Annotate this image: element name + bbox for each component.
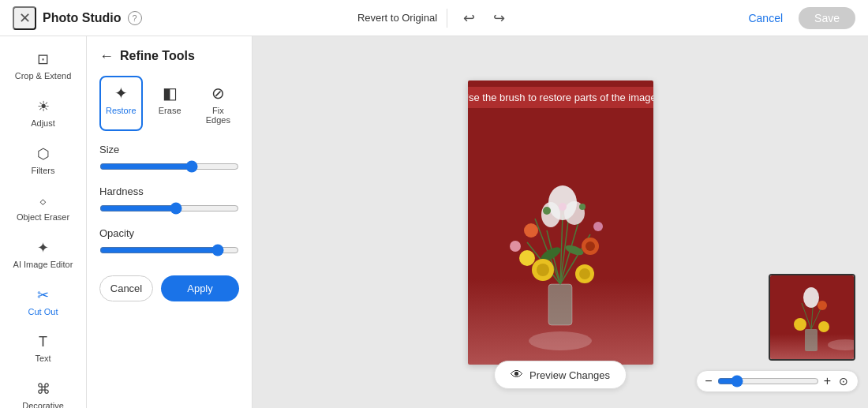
restore-tool-button[interactable]: ✦ Restore bbox=[99, 76, 143, 131]
preview-changes-wrap: 👁 Preview Changes bbox=[494, 361, 627, 389]
help-icon[interactable]: ? bbox=[128, 11, 142, 25]
hardness-slider-section: Hardness bbox=[99, 185, 239, 215]
object-eraser-icon: ⬦ bbox=[39, 193, 47, 209]
fix-edges-label: Fix Edges bbox=[204, 106, 233, 125]
sidebar-item-label: Filters bbox=[32, 166, 55, 175]
decorative-icon: ⌘ bbox=[36, 380, 51, 398]
size-slider[interactable] bbox=[99, 160, 239, 173]
zoom-slider[interactable] bbox=[717, 375, 819, 387]
eye-icon: 👁 bbox=[511, 368, 523, 382]
mini-flower-illustration bbox=[770, 275, 854, 359]
sidebar-item-label: Cut Out bbox=[28, 307, 58, 316]
svg-point-23 bbox=[593, 222, 603, 231]
topbar-center: Revert to Original ↩ ↪ bbox=[296, 6, 571, 30]
size-slider-section: Size bbox=[99, 144, 239, 173]
save-button[interactable]: Save bbox=[799, 7, 855, 29]
erase-tool-button[interactable]: ◧ Erase bbox=[149, 76, 191, 131]
svg-rect-0 bbox=[548, 284, 572, 325]
panel-cancel-button[interactable]: Cancel bbox=[99, 275, 153, 301]
restore-icon: ✦ bbox=[114, 84, 128, 103]
zoom-out-button[interactable]: − bbox=[703, 375, 713, 387]
svg-point-31 bbox=[794, 318, 806, 331]
preview-changes-label: Preview Changes bbox=[529, 369, 610, 381]
redo-button[interactable]: ↪ bbox=[487, 6, 511, 30]
svg-rect-27 bbox=[805, 329, 817, 351]
mini-preview-thumbnail bbox=[769, 274, 855, 361]
erase-label: Erase bbox=[159, 106, 181, 115]
canvas-area: Use the brush to restore parts of the im… bbox=[253, 36, 868, 408]
crop-extend-icon: ⊡ bbox=[37, 51, 49, 68]
cut-out-icon: ✂ bbox=[37, 286, 49, 304]
sidebar-item-object-eraser[interactable]: ⬦ Object Eraser bbox=[5, 185, 81, 230]
sidebar-item-cut-out[interactable]: ✂ Cut Out bbox=[5, 279, 81, 324]
svg-point-35 bbox=[828, 339, 854, 350]
opacity-slider[interactable] bbox=[99, 244, 239, 256]
app-title: Photo Studio bbox=[43, 11, 122, 25]
sidebar-item-label: AI Image Editor bbox=[13, 260, 73, 269]
sidebar-item-label: Crop & Extend bbox=[15, 71, 72, 80]
svg-point-14 bbox=[519, 250, 535, 266]
undo-button[interactable]: ↩ bbox=[457, 6, 481, 30]
close-button[interactable]: ✕ bbox=[13, 6, 36, 30]
fix-edges-tool-button[interactable]: ⊘ Fix Edges bbox=[197, 76, 239, 131]
image-background: Use the brush to restore parts of the im… bbox=[468, 80, 653, 365]
zoom-bar: − + ⊙ bbox=[696, 370, 859, 392]
svg-point-33 bbox=[803, 287, 819, 308]
svg-point-32 bbox=[818, 321, 829, 332]
sidebar-item-ai-image-editor[interactable]: ✦ AI Image Editor bbox=[5, 231, 81, 277]
main-content: ⊡ Crop & Extend ☀ Adjust ⬡ Filters ⬦ Obj… bbox=[0, 36, 868, 408]
hardness-slider[interactable] bbox=[99, 202, 239, 215]
svg-point-19 bbox=[541, 202, 560, 227]
mini-image-background bbox=[770, 275, 854, 359]
tool-options: ✦ Restore ◧ Erase ⊘ Fix Edges bbox=[99, 76, 239, 131]
hardness-label: Hardness bbox=[99, 185, 239, 197]
sidebar-item-adjust[interactable]: ☀ Adjust bbox=[5, 90, 81, 136]
tools-panel: ← Refine Tools ✦ Restore ◧ Erase ⊘ Fix E… bbox=[87, 36, 253, 408]
opacity-slider-section: Opacity bbox=[99, 227, 239, 256]
topbar-right: Cancel Save bbox=[580, 7, 855, 29]
svg-point-17 bbox=[524, 223, 538, 238]
back-button[interactable]: ← bbox=[99, 49, 114, 63]
sidebar-item-decorative[interactable]: ⌘ Decorative bbox=[5, 372, 81, 408]
left-sidebar: ⊡ Crop & Extend ☀ Adjust ⬡ Filters ⬦ Obj… bbox=[0, 36, 87, 408]
divider bbox=[447, 9, 447, 28]
panel-apply-button[interactable]: Apply bbox=[161, 275, 239, 301]
text-icon: T bbox=[39, 334, 47, 350]
size-label: Size bbox=[99, 144, 239, 155]
panel-title: Refine Tools bbox=[120, 49, 195, 63]
svg-point-22 bbox=[510, 241, 521, 252]
sidebar-item-label: Adjust bbox=[31, 118, 55, 128]
svg-point-13 bbox=[579, 268, 590, 279]
erase-icon: ◧ bbox=[163, 84, 178, 103]
svg-point-21 bbox=[559, 203, 567, 211]
revert-to-original-button[interactable]: Revert to Original bbox=[357, 12, 437, 24]
sidebar-item-crop-extend[interactable]: ⊡ Crop & Extend bbox=[5, 43, 81, 88]
sidebar-item-label: Object Eraser bbox=[17, 212, 69, 222]
svg-point-11 bbox=[537, 264, 549, 276]
fix-edges-icon: ⊘ bbox=[211, 84, 225, 103]
sidebar-item-label: Text bbox=[35, 354, 51, 363]
svg-point-24 bbox=[543, 207, 551, 215]
preview-changes-button[interactable]: 👁 Preview Changes bbox=[494, 361, 627, 389]
panel-actions: Cancel Apply bbox=[99, 275, 239, 301]
svg-point-16 bbox=[586, 241, 595, 251]
sidebar-item-filters[interactable]: ⬡ Filters bbox=[5, 137, 81, 183]
filters-icon: ⬡ bbox=[37, 145, 50, 163]
panel-header: ← Refine Tools bbox=[99, 49, 239, 63]
zoom-in-button[interactable]: + bbox=[822, 375, 832, 387]
cancel-button[interactable]: Cancel bbox=[739, 7, 792, 29]
svg-point-26 bbox=[529, 331, 592, 350]
adjust-icon: ☀ bbox=[37, 98, 50, 115]
fit-to-screen-button[interactable]: ⊙ bbox=[836, 373, 851, 389]
opacity-label: Opacity bbox=[99, 227, 239, 239]
restore-label: Restore bbox=[106, 106, 137, 115]
svg-point-25 bbox=[579, 204, 586, 210]
sidebar-item-label: Decorative bbox=[22, 401, 64, 408]
topbar: ✕ Photo Studio ? Revert to Original ↩ ↪ … bbox=[0, 0, 868, 36]
main-image: Use the brush to restore parts of the im… bbox=[468, 80, 653, 365]
ai-image-editor-icon: ✦ bbox=[37, 239, 49, 256]
flower-illustration bbox=[468, 80, 653, 365]
svg-point-34 bbox=[817, 301, 827, 310]
topbar-left: ✕ Photo Studio ? bbox=[13, 6, 288, 30]
sidebar-item-text[interactable]: T Text bbox=[5, 326, 81, 371]
